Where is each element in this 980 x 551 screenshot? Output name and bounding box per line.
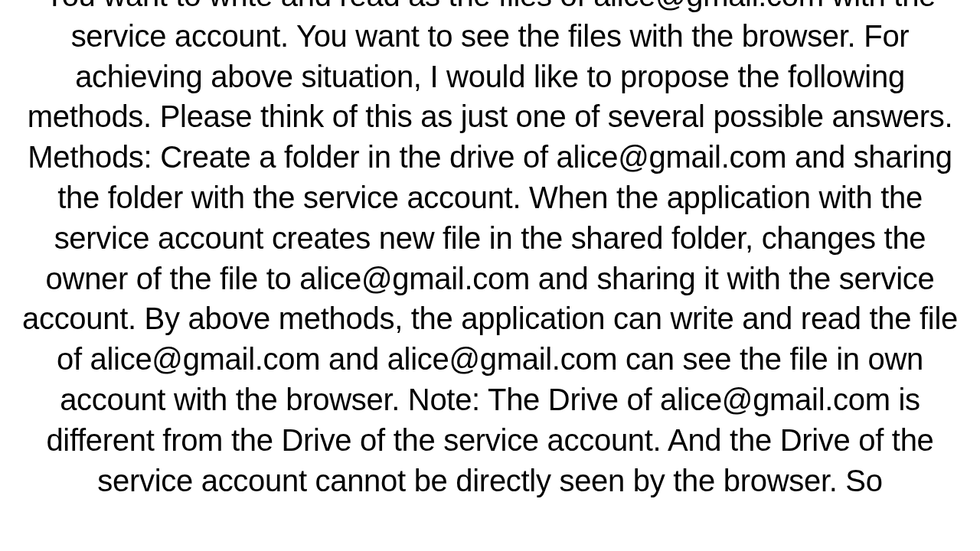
document-content: You want to write and read as the files … — [0, 0, 980, 527]
body-paragraph: You want to write and read as the files … — [15, 0, 965, 500]
